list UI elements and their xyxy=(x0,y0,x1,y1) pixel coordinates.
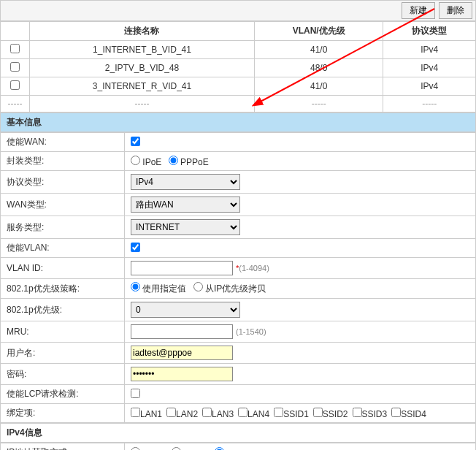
encap-ipoe-radio[interactable] xyxy=(131,156,140,165)
p8021-spec-radio[interactable] xyxy=(131,282,140,291)
label-8021p-policy: 802.1p优先级策略: xyxy=(1,279,125,299)
separator-row: ----- ----- ----- ----- xyxy=(1,96,476,113)
row-checkbox[interactable] xyxy=(10,62,20,72)
label-proto-type: 协议类型: xyxy=(1,171,125,194)
ipmode-pppoe-radio[interactable] xyxy=(215,447,224,451)
vlan-id-input[interactable] xyxy=(131,261,233,275)
col-vlan: VLAN/优先级 xyxy=(254,22,383,41)
username-input[interactable] xyxy=(131,346,233,360)
cell-name: 2_IPTV_B_VID_48 xyxy=(30,59,255,77)
svc-type-select[interactable]: INTERNET xyxy=(131,219,240,235)
cell-proto: IPv4 xyxy=(383,77,476,96)
mru-hint: (1-1540) xyxy=(236,327,266,336)
cell-name: 1_INTERNET_B_VID_41 xyxy=(30,41,255,59)
table-row[interactable]: 3_INTERNET_R_VID_41 41/0 IPv4 xyxy=(1,77,476,96)
encap-group: IPoE PPPoE xyxy=(125,152,476,171)
section-ipv4: IPv4信息 xyxy=(0,423,476,443)
section-basic: 基本信息 xyxy=(0,113,476,132)
label-wan-type: WAN类型: xyxy=(1,194,125,216)
encap-pppoe-radio[interactable] xyxy=(169,156,178,165)
cell-vlan: 41/0 xyxy=(254,41,383,59)
label-enable-vlan: 使能VLAN: xyxy=(1,239,125,258)
bind-lan4-checkbox[interactable] xyxy=(238,408,247,417)
row-checkbox[interactable] xyxy=(10,80,20,90)
top-toolbar: 新建 删除 xyxy=(0,0,476,21)
vlan-id-hint: *(1-4094) xyxy=(236,264,269,272)
label-encap: 封装类型: xyxy=(1,152,125,171)
cell-name: 3_INTERNET_R_VID_41 xyxy=(30,77,255,96)
label-username: 用户名: xyxy=(1,343,125,364)
cell-proto: IPv4 xyxy=(383,59,476,77)
cell-vlan: 41/0 xyxy=(254,77,383,96)
delete-button[interactable]: 删除 xyxy=(439,2,472,19)
bind-lan1-checkbox[interactable] xyxy=(131,408,140,417)
col-proto: 协议类型 xyxy=(383,22,476,41)
proto-type-select[interactable]: IPv4 xyxy=(131,174,240,190)
row-checkbox[interactable] xyxy=(10,44,20,53)
mru-input[interactable] xyxy=(131,324,233,339)
basic-form: 使能WAN: 封装类型: IPoE PPPoE 协议类型: IPv4 WAN类型… xyxy=(0,132,476,423)
new-button[interactable]: 新建 xyxy=(402,2,435,19)
label-8021p-prio: 802.1p优先级: xyxy=(1,299,125,321)
table-row[interactable]: 2_IPTV_B_VID_48 48/0 IPv4 xyxy=(1,59,476,77)
p8021-copy-radio[interactable] xyxy=(193,282,203,291)
ipv4-form: IP地址获取方式: Static DHCP PPPoE 使能NAT: NAT类型… xyxy=(0,443,476,450)
table-row[interactable]: 1_INTERNET_B_VID_41 41/0 IPv4 xyxy=(1,41,476,59)
ipmode-dhcp-radio[interactable] xyxy=(172,447,181,451)
enable-vlan-checkbox[interactable] xyxy=(131,243,140,252)
label-mru: MRU: xyxy=(1,321,125,343)
bind-ssid2-checkbox[interactable] xyxy=(313,408,323,417)
ipmode-static-radio[interactable] xyxy=(131,447,140,451)
bind-ssid1-checkbox[interactable] xyxy=(274,408,283,417)
label-ipmode: IP地址获取方式: xyxy=(1,443,125,451)
label-vlan-id: VLAN ID: xyxy=(1,258,125,279)
bind-ssid4-checkbox[interactable] xyxy=(391,408,401,417)
bind-lan3-checkbox[interactable] xyxy=(202,408,212,417)
p8021p-prio-select[interactable]: 0 xyxy=(131,302,240,318)
lcp-checkbox[interactable] xyxy=(131,389,140,398)
bind-ssid3-checkbox[interactable] xyxy=(353,408,362,417)
label-lcp: 使能LCP请求检测: xyxy=(1,385,125,404)
cell-vlan: 48/0 xyxy=(254,59,383,77)
label-bind: 绑定项: xyxy=(1,404,125,423)
connection-table: 连接名称 VLAN/优先级 协议类型 1_INTERNET_B_VID_41 4… xyxy=(0,21,476,113)
label-password: 密码: xyxy=(1,364,125,385)
bind-lan2-checkbox[interactable] xyxy=(166,408,176,417)
wan-type-select[interactable]: 路由WAN xyxy=(131,197,240,213)
cell-proto: IPv4 xyxy=(383,41,476,59)
col-name: 连接名称 xyxy=(30,22,255,41)
enable-wan-checkbox[interactable] xyxy=(131,137,140,146)
bind-group: LAN1LAN2LAN3LAN4SSID1SSID2SSID3SSID4 xyxy=(125,404,476,423)
label-svc-type: 服务类型: xyxy=(1,216,125,239)
label-enable-wan: 使能WAN: xyxy=(1,133,125,152)
password-input[interactable] xyxy=(131,367,233,381)
